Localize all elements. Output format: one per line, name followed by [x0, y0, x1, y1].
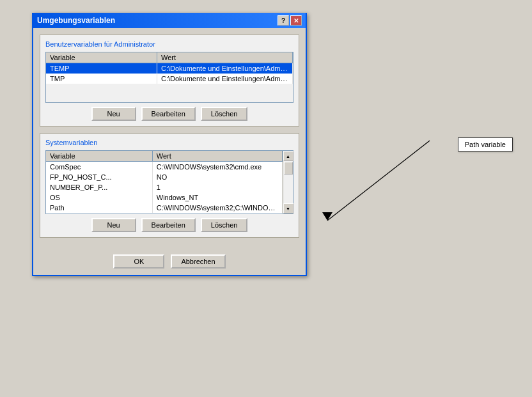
- svg-line-0: [327, 141, 430, 221]
- value-cell: C:\WINDOWS\system32\cmd.exe: [152, 162, 282, 173]
- variable-cell: TMP: [46, 74, 157, 84]
- value-cell: Windows_NT: [152, 192, 282, 203]
- user-col-variable: Variable: [46, 52, 157, 63]
- callout-label: Path variable: [465, 141, 506, 148]
- value-cell: C:\Dokumente und Einstellungen\Admini...: [157, 63, 292, 74]
- system-table-wrap: Variable Wert ComSpecC:\WINDOWS\system32…: [46, 151, 283, 214]
- dialog-footer: OK Abbrechen: [33, 251, 306, 275]
- value-cell: C:\Dokumente und Einstellungen\Admini...: [157, 74, 292, 84]
- cancel-button[interactable]: Abbrechen: [171, 254, 225, 269]
- user-variables-table-container: Variable Wert TEMPC:\Dokumente und Einst…: [45, 52, 293, 103]
- table-row[interactable]: TMPC:\Dokumente und Einstellungen\Admini…: [46, 74, 293, 84]
- variable-cell: TEMP: [46, 63, 157, 74]
- scrollbar-track: [283, 161, 293, 203]
- scrollbar-up-button[interactable]: ▲: [283, 151, 293, 161]
- title-bar-buttons: ? ✕: [278, 15, 302, 26]
- value-cell: C:\WINDOWS\system32;C:\WINDOWS;...: [152, 203, 282, 213]
- user-new-button[interactable]: Neu: [91, 107, 136, 121]
- scrollbar-thumb[interactable]: [284, 162, 293, 175]
- table-row[interactable]: OSWindows_NT: [46, 192, 283, 203]
- value-cell: NO: [152, 172, 282, 182]
- title-bar: Umgebungsvariablen ? ✕: [33, 13, 306, 28]
- sys-new-button[interactable]: Neu: [91, 218, 136, 232]
- system-section-legend: Systemvariablen: [45, 139, 293, 146]
- sys-delete-button[interactable]: Löschen: [201, 218, 248, 232]
- system-variables-section: Systemvariablen Variable Wert ComSpecC:\…: [40, 133, 299, 238]
- variable-cell: OS: [46, 192, 152, 203]
- user-edit-button[interactable]: Bearbeiten: [141, 107, 196, 121]
- user-btn-row: Neu Bearbeiten Löschen: [45, 107, 293, 121]
- close-button[interactable]: ✕: [290, 15, 302, 26]
- scrollbar[interactable]: ▲ ▼: [283, 151, 293, 214]
- callout-arrow: [289, 128, 430, 230]
- sys-edit-button[interactable]: Bearbeiten: [141, 218, 196, 232]
- sys-col-variable: Variable: [46, 151, 152, 162]
- variable-cell: Path: [46, 203, 152, 213]
- dialog-title: Umgebungsvariablen: [37, 16, 115, 25]
- user-variables-table: Variable Wert TEMPC:\Dokumente und Einst…: [46, 52, 293, 84]
- table-row[interactable]: PathC:\WINDOWS\system32;C:\WINDOWS;...: [46, 203, 283, 213]
- table-row[interactable]: FP_NO_HOST_C...NO: [46, 172, 283, 182]
- table-row[interactable]: NUMBER_OF_P...1: [46, 182, 283, 192]
- variable-cell: NUMBER_OF_P...: [46, 182, 152, 192]
- table-row[interactable]: TEMPC:\Dokumente und Einstellungen\Admin…: [46, 63, 293, 74]
- callout-box: Path variable: [458, 137, 513, 152]
- system-variables-table: Variable Wert ComSpecC:\WINDOWS\system32…: [46, 151, 283, 213]
- variable-cell: FP_NO_HOST_C...: [46, 172, 152, 182]
- scrollbar-down-button[interactable]: ▼: [283, 203, 293, 214]
- ok-button[interactable]: OK: [113, 254, 164, 269]
- help-button[interactable]: ?: [278, 15, 289, 26]
- user-delete-button[interactable]: Löschen: [201, 107, 248, 121]
- user-variables-section: Benutzervariablen für Administrator Vari…: [40, 35, 299, 127]
- dialog-window: Umgebungsvariablen ? ✕ Benutzervariablen…: [32, 13, 307, 276]
- sys-col-value: Wert: [152, 151, 282, 162]
- svg-marker-1: [322, 212, 332, 221]
- system-variables-table-container: Variable Wert ComSpecC:\WINDOWS\system32…: [45, 150, 293, 214]
- sys-btn-row: Neu Bearbeiten Löschen: [45, 218, 293, 232]
- variable-cell: ComSpec: [46, 162, 152, 173]
- callout-container: Path variable: [458, 137, 513, 152]
- dialog-body: Benutzervariablen für Administrator Vari…: [33, 28, 306, 251]
- user-col-value: Wert: [157, 52, 292, 63]
- user-section-legend: Benutzervariablen für Administrator: [45, 40, 293, 48]
- table-row[interactable]: ComSpecC:\WINDOWS\system32\cmd.exe: [46, 162, 283, 173]
- value-cell: 1: [152, 182, 282, 192]
